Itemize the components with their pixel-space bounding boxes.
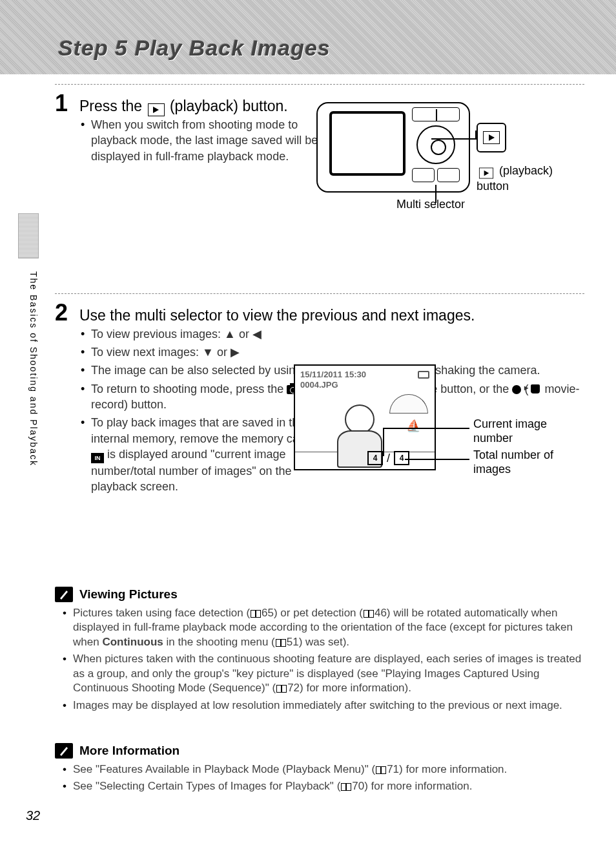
page-ref-icon bbox=[364, 610, 374, 618]
viewing-bullet-3: Images may be displayed at low resolutio… bbox=[73, 698, 584, 713]
page-ref-icon bbox=[276, 685, 287, 693]
more-information-heading: More Information bbox=[79, 744, 180, 758]
svg-rect-2 bbox=[251, 611, 256, 618]
page-ref-icon bbox=[251, 610, 261, 618]
step-1-title-after: (playback) button. bbox=[166, 98, 288, 114]
page-title: Step 5 Play Back Images bbox=[58, 36, 331, 61]
current-image-label: Current image number bbox=[473, 417, 578, 445]
step-2-title: Use the multi selector to view the previ… bbox=[79, 307, 475, 324]
note-icon bbox=[55, 587, 73, 602]
viewing-bullet-2: When pictures taken with the continuous … bbox=[73, 652, 584, 695]
viewing-bullet-1: Pictures taken using face detection (65)… bbox=[73, 606, 584, 649]
total-images-box: 4 bbox=[394, 451, 409, 465]
step-1-title: Press the (playback) button. bbox=[79, 98, 288, 116]
playback-filename: 0004.JPG bbox=[300, 380, 338, 390]
playback-date: 15/11/2011 15:30 bbox=[300, 370, 366, 379]
playback-screen-diagram: 15/11/2011 15:30 0004.JPG ⛵ 4 / 4 Curren… bbox=[294, 364, 578, 470]
svg-rect-13 bbox=[347, 784, 351, 791]
step-2-bullet-2: To view next images: ▼ or ▶ bbox=[91, 344, 584, 360]
total-images-label: Total number of images bbox=[473, 448, 578, 476]
playback-button-callout bbox=[477, 123, 506, 152]
svg-rect-4 bbox=[364, 611, 368, 618]
svg-rect-11 bbox=[382, 767, 386, 774]
more-bullet-2: See "Selecting Certain Types of Images f… bbox=[73, 779, 584, 793]
camera-diagram: (playback) button Multi selector bbox=[316, 102, 575, 193]
note-icon bbox=[55, 743, 73, 759]
playback-icon bbox=[483, 131, 500, 144]
svg-rect-6 bbox=[276, 639, 280, 646]
viewing-pictures-heading: Viewing Pictures bbox=[79, 587, 178, 602]
current-image-box: 4 bbox=[367, 451, 383, 465]
svg-rect-8 bbox=[277, 686, 282, 693]
step-2-bullet-1: To view previous images: ▲ or ◀ bbox=[91, 326, 584, 342]
step-1-number: 1 bbox=[55, 90, 79, 117]
step-1-bullet-1: When you switch from shooting mode to pl… bbox=[91, 117, 331, 164]
multi-selector-label: Multi selector bbox=[396, 198, 465, 211]
playback-button-label: (playback) button bbox=[477, 164, 553, 193]
step-2-bullet-5: To play back images that are saved in th… bbox=[91, 415, 317, 494]
page-ref-icon bbox=[341, 783, 351, 791]
playback-icon bbox=[479, 168, 493, 179]
svg-rect-5 bbox=[369, 611, 373, 618]
internal-memory-icon: IN bbox=[91, 453, 104, 463]
step-1-title-before: Press the bbox=[79, 98, 147, 114]
page-ref-icon bbox=[376, 766, 386, 774]
side-tab bbox=[18, 213, 39, 258]
more-bullet-1: See "Features Available in Playback Mode… bbox=[73, 762, 584, 777]
step-2-number: 2 bbox=[55, 299, 79, 326]
divider bbox=[55, 84, 584, 85]
page-number: 32 bbox=[26, 808, 40, 823]
svg-rect-7 bbox=[281, 639, 285, 646]
memory-indicator-icon bbox=[418, 371, 429, 379]
svg-rect-3 bbox=[256, 611, 261, 618]
viewing-pictures-section: Viewing Pictures Pictures taken using fa… bbox=[55, 587, 584, 715]
divider bbox=[55, 293, 584, 294]
playback-icon bbox=[148, 103, 165, 116]
side-chapter-label: The Basics of Shooting and Playback bbox=[28, 271, 39, 466]
svg-rect-12 bbox=[342, 784, 346, 791]
svg-rect-9 bbox=[282, 686, 287, 693]
page-ref-icon bbox=[276, 639, 286, 647]
more-information-section: More Information See "Features Available… bbox=[55, 743, 584, 797]
svg-rect-10 bbox=[376, 767, 381, 774]
